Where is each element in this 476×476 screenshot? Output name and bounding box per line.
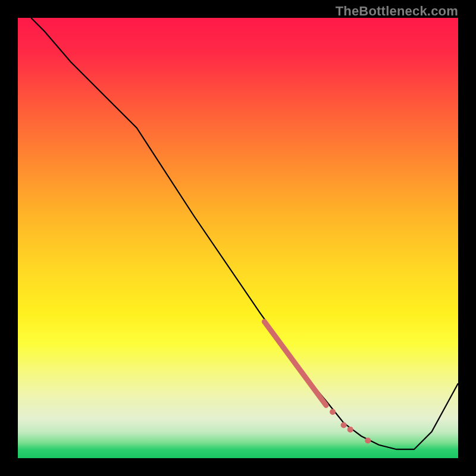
data-marker	[341, 422, 347, 428]
data-marker	[347, 427, 353, 433]
highlight-thick-segment	[264, 322, 326, 406]
curve-group	[31, 18, 458, 449]
chart-svg	[18, 18, 458, 458]
watermark-text: TheBottleneck.com	[336, 4, 458, 19]
bottleneck-curve-path	[31, 18, 458, 449]
data-marker	[330, 409, 336, 415]
outer-frame: TheBottleneck.com	[0, 0, 476, 476]
data-marker	[365, 437, 371, 443]
